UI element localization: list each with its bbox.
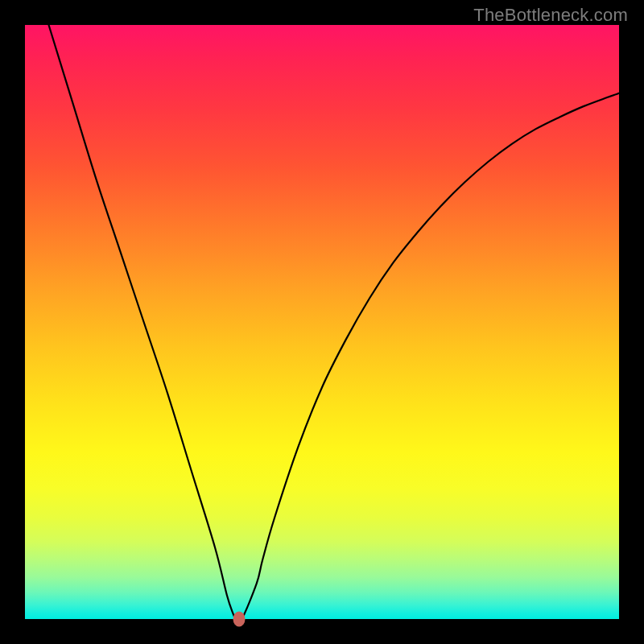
watermark-text: TheBottleneck.com <box>473 5 628 26</box>
chart-frame: TheBottleneck.com <box>0 0 644 644</box>
minimum-marker <box>233 612 245 627</box>
bottleneck-curve <box>25 25 619 619</box>
plot-area <box>25 25 619 619</box>
